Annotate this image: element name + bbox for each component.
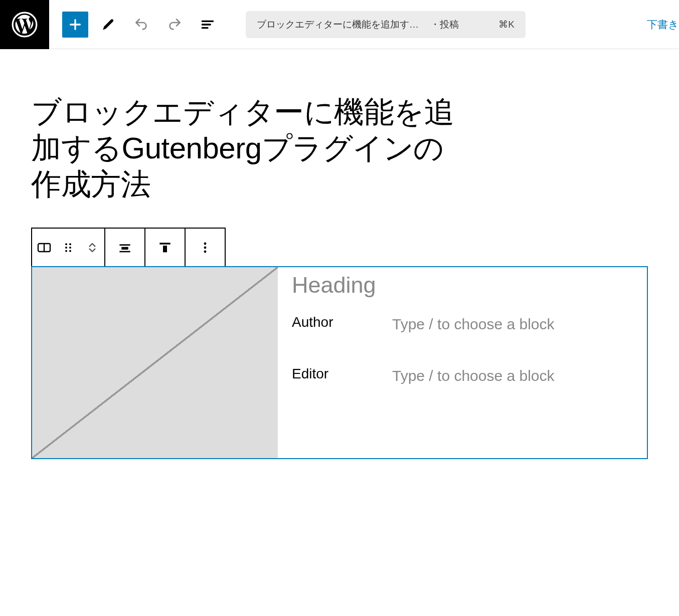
block-toolbar [31, 228, 226, 267]
svg-point-4 [69, 243, 71, 245]
document-title: ブロックエディターに機能を追加する... [257, 18, 422, 31]
toolbar-left-group [49, 12, 221, 38]
row-label-author[interactable]: Author [292, 314, 392, 330]
more-vertical-icon [197, 240, 213, 256]
plus-icon [67, 17, 83, 33]
table-row: Author Type / to choose a block [292, 314, 633, 335]
document-bar[interactable]: ブロックエディターに機能を追加する... ・投稿 ⌘K [246, 11, 526, 38]
svg-point-6 [69, 247, 71, 249]
undo-button[interactable] [128, 12, 154, 38]
move-buttons[interactable] [80, 229, 104, 266]
row-label-editor[interactable]: Editor [292, 366, 392, 382]
vertical-align-button[interactable] [145, 229, 185, 266]
block-toolbar-left-group [32, 229, 105, 266]
selected-columns-block[interactable]: Heading Author Type / to choose a block … [31, 266, 648, 459]
table-row: Editor Type / to choose a block [292, 366, 633, 386]
svg-rect-13 [163, 246, 167, 252]
columns-icon [36, 240, 52, 256]
save-draft-button[interactable]: 下書き [647, 18, 679, 32]
post-title[interactable]: ブロックエディターに機能を追加するGutenbergプラグインの作成方法 [31, 94, 457, 202]
svg-point-7 [65, 250, 67, 252]
image-placeholder[interactable] [32, 267, 278, 458]
drag-icon [60, 240, 76, 256]
block-toolbar-more-group [186, 229, 225, 266]
block-type-button[interactable] [32, 229, 56, 266]
svg-point-5 [65, 247, 67, 249]
svg-point-14 [204, 242, 207, 245]
align-icon [117, 240, 133, 256]
more-options-button[interactable] [186, 229, 225, 266]
editor-content: ブロックエディターに機能を追加するGutenbergプラグインの作成方法 [0, 49, 679, 459]
svg-point-3 [65, 243, 67, 245]
document-type: ・投稿 [430, 18, 459, 31]
edit-tool-button[interactable] [95, 12, 121, 38]
drag-handle[interactable] [56, 229, 80, 266]
block-right-column: Heading Author Type / to choose a block … [278, 267, 647, 458]
svg-point-16 [204, 250, 207, 253]
block-toolbar-valign-group [145, 229, 186, 266]
align-button[interactable] [105, 229, 144, 266]
undo-icon [133, 17, 149, 33]
toolbar-center: ブロックエディターに機能を追加する... ・投稿 ⌘K [221, 11, 622, 38]
redo-icon [166, 17, 183, 33]
wordpress-icon [12, 12, 38, 38]
redo-button[interactable] [161, 12, 188, 38]
block-toolbar-align-group [105, 229, 145, 266]
add-block-button[interactable] [62, 12, 88, 38]
pencil-icon [100, 17, 116, 33]
heading-placeholder[interactable]: Heading [292, 272, 633, 298]
valign-top-icon [157, 240, 173, 256]
paragraph-placeholder[interactable]: Type / to choose a block [392, 314, 633, 335]
top-toolbar: ブロックエディターに機能を追加する... ・投稿 ⌘K 下書き [0, 0, 679, 49]
document-overview-button[interactable] [195, 12, 221, 38]
list-icon [200, 17, 216, 33]
svg-point-15 [204, 246, 207, 249]
toolbar-right-group: 下書き [647, 18, 679, 32]
svg-rect-10 [121, 247, 128, 249]
svg-point-8 [69, 250, 71, 252]
wordpress-logo[interactable] [0, 0, 49, 49]
paragraph-placeholder[interactable]: Type / to choose a block [392, 366, 633, 386]
chevron-updown-icon [84, 240, 100, 256]
command-shortcut: ⌘K [498, 19, 515, 30]
